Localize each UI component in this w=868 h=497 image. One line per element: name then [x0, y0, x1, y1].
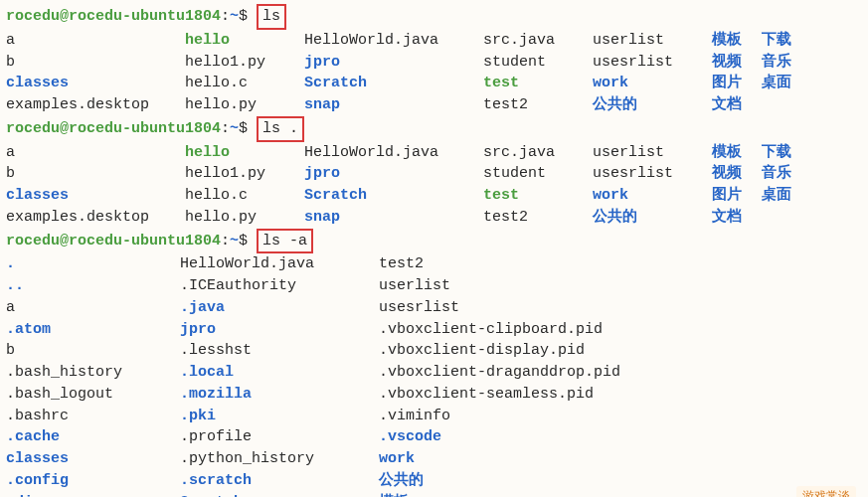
file-entry: .viminfo — [379, 406, 777, 427]
file-entry: userlist — [593, 30, 712, 52]
file-entry: .ICEauthority — [180, 275, 379, 297]
file-entry: Scratch — [304, 185, 483, 207]
file-entry: hello — [185, 142, 304, 164]
file-entry: hello1.py — [185, 52, 304, 74]
file-entry: 视频 — [712, 52, 762, 74]
prompt-user: rocedu@rocedu-ubuntu1804 — [6, 233, 221, 249]
file-entry: test — [483, 73, 593, 94]
ls-row: .diaScratch模板 — [6, 492, 862, 498]
file-entry: Scratch — [304, 73, 483, 94]
file-entry: classes — [6, 73, 185, 94]
file-entry: classes — [6, 185, 185, 207]
file-entry: .config — [6, 470, 180, 492]
file-entry: .profile — [180, 426, 379, 448]
file-entry: .java — [180, 297, 379, 319]
file-entry: .bash_history — [6, 362, 180, 384]
prompt-line-1[interactable]: rocedu@rocedu-ubuntu1804:~$ ls — [6, 4, 862, 30]
file-entry: 音乐 — [762, 52, 811, 74]
file-entry: b — [6, 163, 185, 185]
file-entry: 公共的 — [379, 470, 777, 492]
file-entry: hello.c — [185, 73, 304, 94]
ls-row: examples.desktophello.pysnaptest2公共的文档 — [6, 207, 862, 229]
file-entry: jpro — [180, 319, 379, 341]
prompt-line-2[interactable]: rocedu@rocedu-ubuntu1804:~$ ls . — [6, 116, 862, 142]
file-entry: .lesshst — [180, 340, 379, 362]
file-entry: .mozilla — [180, 384, 379, 406]
file-entry: . — [6, 253, 180, 275]
prompt-line-3[interactable]: rocedu@rocedu-ubuntu1804:~$ ls -a — [6, 229, 862, 254]
file-entry: 下载 — [762, 30, 811, 52]
file-entry: .dia — [6, 492, 180, 498]
ls-row: examples.desktophello.pysnaptest2公共的文档 — [6, 94, 862, 116]
file-entry: test — [483, 185, 593, 207]
file-entry — [762, 207, 811, 229]
ls-row: .config.scratch公共的 — [6, 470, 862, 492]
file-entry: 音乐 — [762, 163, 811, 185]
file-entry: hello.py — [185, 94, 304, 116]
watermark: 游戏常谈 — [796, 486, 856, 497]
cmd-ls-dot: ls . — [257, 116, 304, 142]
file-entry: snap — [304, 207, 483, 229]
ls-row: .cache.profile.vscode — [6, 426, 862, 448]
file-entry: jpro — [304, 52, 483, 74]
prompt-symbol: $ — [239, 120, 248, 137]
prompt-sep: : — [221, 233, 230, 249]
file-entry: HelloWorld.java — [180, 253, 379, 275]
file-entry: a — [6, 142, 185, 164]
file-entry: .. — [6, 275, 180, 297]
ls-row: classes.python_historywork — [6, 448, 862, 470]
file-entry: .bashrc — [6, 406, 180, 427]
ls-row: ...ICEauthorityuserlist — [6, 275, 862, 297]
file-entry: b — [6, 340, 180, 362]
file-entry: 公共的 — [593, 207, 712, 229]
file-entry: test2 — [483, 94, 593, 116]
file-entry: hello.py — [185, 207, 304, 229]
prompt-symbol: $ — [239, 233, 248, 249]
prompt-path: ~ — [230, 8, 239, 25]
prompt-user: rocedu@rocedu-ubuntu1804 — [6, 120, 221, 137]
ls-row: a.javausesrlist — [6, 297, 862, 319]
file-entry: .vscode — [379, 426, 777, 448]
file-entry: 桌面 — [762, 185, 811, 207]
file-entry — [762, 94, 811, 116]
file-entry: 文档 — [712, 94, 762, 116]
ls-row: ahelloHelloWorld.javasrc.javauserlist模板下… — [6, 30, 862, 52]
file-entry: userlist — [593, 142, 712, 164]
file-entry: student — [483, 163, 593, 185]
prompt-user: rocedu@rocedu-ubuntu1804 — [6, 8, 221, 25]
ls-row: b.lesshst.vboxclient-display.pid — [6, 340, 862, 362]
ls-row: .HelloWorld.javatest2 — [6, 253, 862, 275]
prompt-path: ~ — [230, 233, 239, 249]
file-entry: 模板 — [712, 142, 762, 164]
ls-row: .bash_logout.mozilla.vboxclient-seamless… — [6, 384, 862, 406]
file-entry: .vboxclient-display.pid — [379, 340, 777, 362]
file-entry: 文档 — [712, 207, 762, 229]
file-entry: Scratch — [180, 492, 379, 498]
file-entry: .bash_logout — [6, 384, 180, 406]
file-entry: 模板 — [379, 492, 777, 498]
file-entry: 图片 — [712, 73, 762, 94]
file-entry: src.java — [483, 142, 593, 164]
ls-a-output: .HelloWorld.javatest2...ICEauthorityuser… — [6, 253, 862, 497]
cmd-ls: ls — [257, 4, 286, 30]
file-entry: HelloWorld.java — [304, 30, 483, 52]
file-entry: work — [593, 185, 712, 207]
prompt-sep: : — [221, 8, 230, 25]
ls-output-1: ahelloHelloWorld.javasrc.javauserlist模板下… — [6, 30, 862, 116]
file-entry: .local — [180, 362, 379, 384]
file-entry: .vboxclient-clipboard.pid — [379, 319, 777, 341]
ls-row: classeshello.cScratchtestwork图片桌面 — [6, 185, 862, 207]
file-entry: jpro — [304, 163, 483, 185]
file-entry: student — [483, 52, 593, 74]
file-entry: test2 — [379, 253, 777, 275]
file-entry: usesrlist — [593, 163, 712, 185]
file-entry: HelloWorld.java — [304, 142, 483, 164]
file-entry: examples.desktop — [6, 94, 185, 116]
file-entry: hello.c — [185, 185, 304, 207]
file-entry: .vboxclient-seamless.pid — [379, 384, 777, 406]
ls-row: ahelloHelloWorld.javasrc.javauserlist模板下… — [6, 142, 862, 164]
file-entry: examples.desktop — [6, 207, 185, 229]
file-entry: 视频 — [712, 163, 762, 185]
file-entry: .vboxclient-draganddrop.pid — [379, 362, 777, 384]
cmd-ls-a: ls -a — [257, 229, 313, 254]
